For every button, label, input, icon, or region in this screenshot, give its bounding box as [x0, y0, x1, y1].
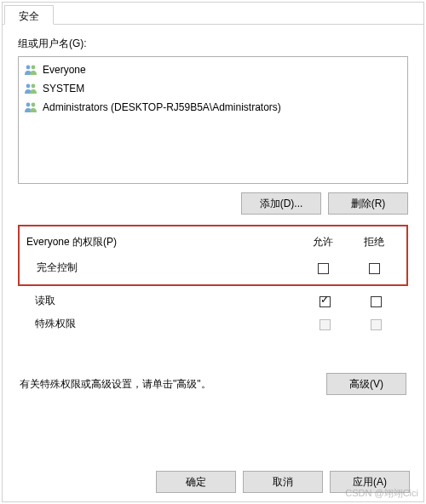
svg-point-2	[26, 84, 31, 89]
deny-header: 拒绝	[348, 235, 400, 249]
list-item-label: SYSTEM	[43, 81, 84, 96]
list-item[interactable]: SYSTEM	[19, 79, 407, 98]
content-area: 组或用户名(G): Everyone SYSTEM Administrators…	[3, 25, 423, 405]
cancel-button[interactable]: 取消	[243, 471, 323, 493]
deny-checkbox-fullcontrol[interactable]	[369, 263, 380, 274]
deny-checkbox-read[interactable]	[371, 296, 382, 307]
perm-label: 特殊权限	[35, 317, 299, 331]
group-icon	[24, 63, 39, 77]
svg-point-0	[26, 66, 31, 70]
allow-header: 允许	[297, 235, 348, 249]
perm-row-read: 读取	[25, 289, 401, 312]
advanced-text: 有关特殊权限或高级设置，请单击"高级"。	[20, 377, 326, 392]
perm-row-fullcontrol: 完全控制	[26, 256, 400, 279]
list-item[interactable]: Everyone	[19, 60, 407, 79]
svg-point-1	[32, 66, 36, 70]
permissions-title: Everyone 的权限(P)	[26, 235, 297, 249]
advanced-row: 有关特殊权限或高级设置，请单击"高级"。 高级(V)	[18, 373, 408, 395]
allow-checkbox-fullcontrol[interactable]	[318, 263, 329, 274]
perm-label: 读取	[35, 294, 299, 308]
apply-button[interactable]: 应用(A)	[330, 471, 410, 493]
groups-label: 组或用户名(G):	[18, 37, 408, 51]
remove-button[interactable]: 删除(R)	[328, 192, 408, 215]
list-item[interactable]: Administrators (DESKTOP-RJ59B5A\Administ…	[19, 98, 407, 117]
advanced-button[interactable]: 高级(V)	[326, 373, 406, 395]
svg-point-3	[32, 84, 36, 89]
ok-button[interactable]: 确定	[156, 471, 236, 493]
security-dialog: 安全 组或用户名(G): Everyone SYSTEM Administ	[2, 2, 424, 502]
deny-checkbox-special	[371, 319, 382, 330]
permissions-extra: 读取 特殊权限	[18, 289, 408, 335]
group-icon	[24, 100, 39, 114]
permissions-section: Everyone 的权限(P) 允许 拒绝 完全控制	[18, 225, 408, 286]
add-remove-row: 添加(D)... 删除(R)	[18, 192, 408, 215]
svg-point-4	[26, 103, 31, 107]
tab-strip: 安全	[3, 3, 423, 25]
svg-point-5	[32, 103, 36, 107]
dialog-buttons: 确定 取消 应用(A)	[156, 471, 410, 493]
users-listbox[interactable]: Everyone SYSTEM Administrators (DESKTOP-…	[18, 56, 408, 184]
perm-label: 完全控制	[37, 261, 297, 275]
group-icon	[24, 82, 39, 95]
add-button[interactable]: 添加(D)...	[241, 192, 321, 215]
permissions-header: Everyone 的权限(P) 允许 拒绝	[26, 235, 400, 249]
allow-checkbox-special	[320, 319, 331, 330]
perm-row-special: 特殊权限	[25, 312, 401, 335]
allow-checkbox-read[interactable]	[320, 296, 331, 307]
list-item-label: Administrators (DESKTOP-RJ59B5A\Administ…	[43, 100, 281, 115]
list-item-label: Everyone	[43, 62, 86, 77]
tab-security[interactable]: 安全	[4, 5, 54, 25]
